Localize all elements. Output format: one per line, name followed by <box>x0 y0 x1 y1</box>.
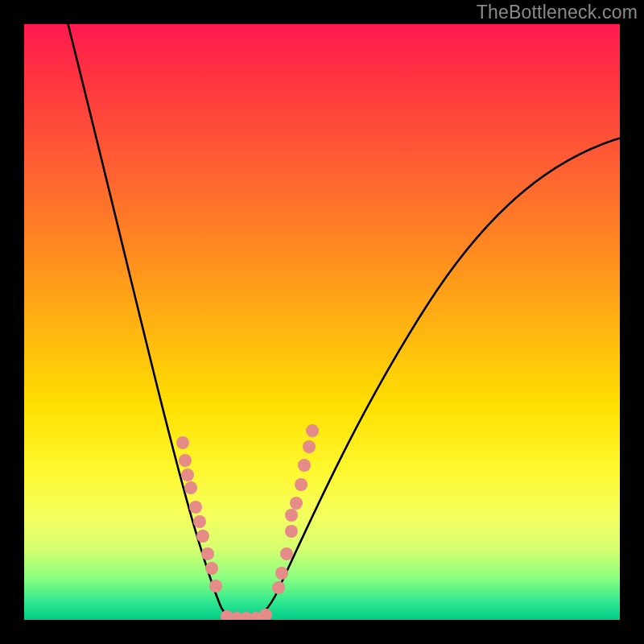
watermark-text: TheBottleneck.com <box>477 2 638 23</box>
left-cluster-point-1 <box>179 454 192 467</box>
series-left-curve <box>66 24 243 620</box>
right-cluster-point-0 <box>272 581 285 594</box>
right-cluster-point-2 <box>280 547 293 560</box>
left-cluster-point-8 <box>205 562 218 575</box>
right-cluster-point-6 <box>295 478 308 491</box>
bottom-cluster-point-4 <box>259 609 272 620</box>
right-cluster-point-5 <box>290 497 303 510</box>
right-cluster-point-4 <box>285 509 298 522</box>
left-cluster-point-5 <box>193 515 206 528</box>
data-points <box>176 424 319 620</box>
curve-paths <box>66 24 620 620</box>
right-cluster-point-9 <box>306 424 319 437</box>
left-cluster-point-4 <box>189 501 202 514</box>
chart-frame: TheBottleneck.com <box>0 0 644 644</box>
right-cluster-point-3 <box>285 525 298 538</box>
left-cluster-point-3 <box>184 481 197 494</box>
left-cluster-point-7 <box>201 547 214 560</box>
left-cluster-point-6 <box>196 530 209 543</box>
plot-area <box>24 24 620 620</box>
left-cluster-point-0 <box>176 436 189 449</box>
curve-layer <box>24 24 620 620</box>
left-cluster-point-2 <box>181 469 194 481</box>
right-cluster-point-1 <box>275 567 288 580</box>
right-cluster-point-7 <box>298 459 311 472</box>
right-cluster-point-8 <box>303 440 316 453</box>
left-cluster-point-9 <box>209 580 222 592</box>
series-right-curve <box>243 137 620 620</box>
